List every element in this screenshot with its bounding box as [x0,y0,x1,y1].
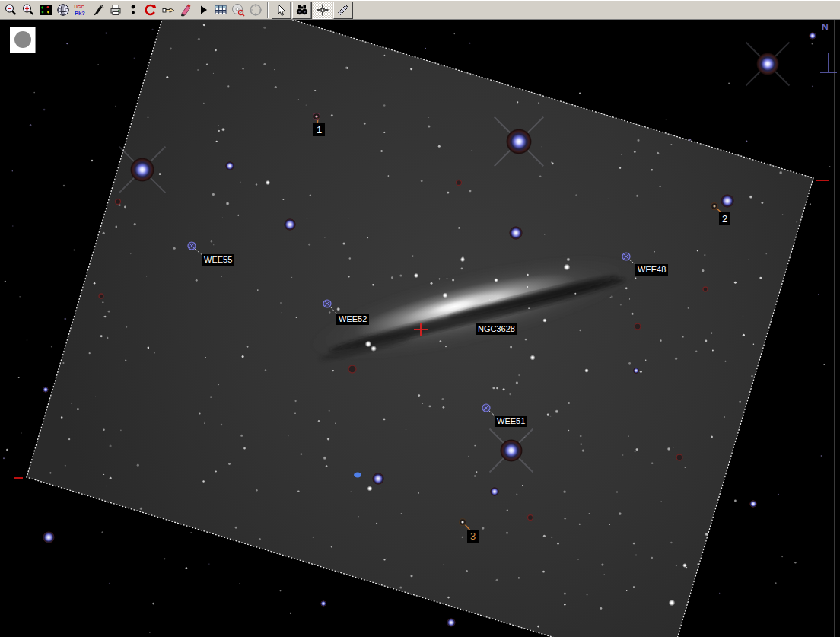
object-label-wee48[interactable]: WEE48 [635,264,668,276]
object-label-wee52[interactable]: WEE52 [336,314,369,325]
globe-coordinates-icon[interactable] [55,2,71,18]
select-arrow-icon [275,3,288,17]
cd-image-search-icon[interactable] [230,2,246,18]
info-exclamation-icon[interactable] [125,2,141,18]
fov-circle-icon[interactable] [247,2,263,18]
object-label-3[interactable]: 3 [467,530,479,543]
toolbar-separator [267,2,269,18]
measure-ruler-icon [336,3,350,17]
object-label-1[interactable]: 1 [313,123,325,136]
fov-legend-box [10,27,36,53]
pointer-hand-icon[interactable] [160,2,176,18]
sky-chart-canvas[interactable]: N WEE55WEE52WEE48WEE51NGC3628123 [0,20,840,637]
object-label-wee55[interactable]: WEE55 [202,254,234,266]
annotate-quill-icon[interactable] [90,2,106,18]
sky-svg [0,20,840,637]
find-binoculars-button[interactable] [292,2,312,19]
north-indicator-label: N [822,22,829,33]
zoom-in-icon[interactable] [20,2,36,18]
center-crosshair-button[interactable] [313,2,332,19]
star-display-settings-icon[interactable] [37,2,53,18]
svg-text:UGC: UGC [74,5,84,9]
zoom-out-icon[interactable] [2,2,18,18]
select-arrow-button[interactable] [272,2,291,19]
main-toolbar: UGCPk? [0,0,840,20]
play-animation-icon[interactable] [195,2,211,18]
catalog-labels-ugc-icon[interactable]: UGCPk? [72,2,88,18]
fov-legend-circle-icon [14,31,31,48]
data-table-icon[interactable] [212,2,228,18]
measure-ruler-button[interactable] [333,2,353,19]
center-crosshair-icon [316,3,329,17]
svg-text:Pk?: Pk? [75,10,85,17]
highlight-pen-icon[interactable] [177,2,193,18]
print-icon[interactable] [107,2,123,18]
blue-galaxy-marker [354,473,361,478]
object-label-wee51[interactable]: WEE51 [495,416,527,427]
find-binoculars-icon [295,3,309,17]
object-label-ngc3628[interactable]: NGC3628 [476,323,517,335]
refresh-redraw-icon[interactable] [142,2,158,18]
object-label-2[interactable]: 2 [719,212,730,225]
